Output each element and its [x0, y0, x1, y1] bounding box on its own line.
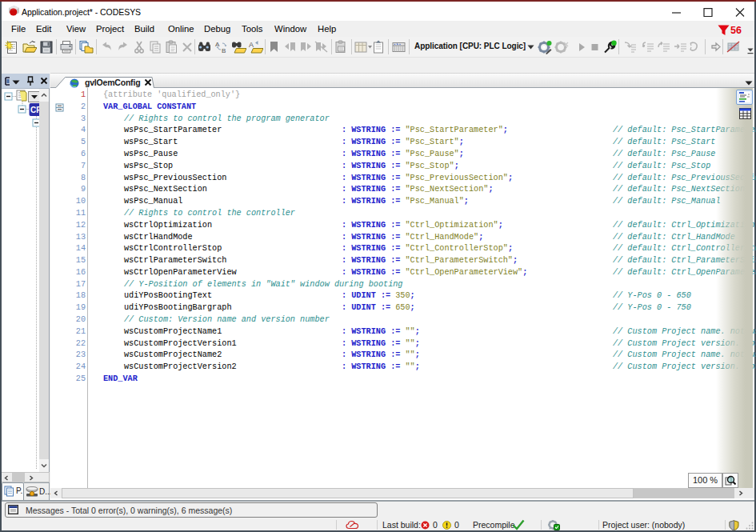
svg-text:A: A [249, 41, 254, 49]
svg-text:B: B [222, 47, 226, 54]
